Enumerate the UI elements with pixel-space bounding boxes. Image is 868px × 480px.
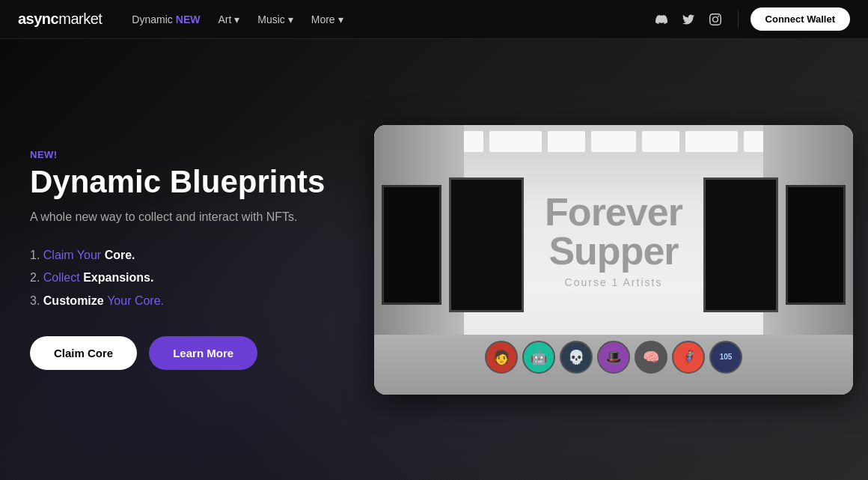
logo-async: async (18, 10, 58, 27)
avatar-5[interactable]: 🧠 (635, 341, 667, 374)
social-icons (651, 9, 726, 30)
painting-center-right (703, 177, 778, 312)
nav-left: asyncmarket DynamicNEW Art ▾ Music ▾ Mor… (18, 10, 349, 28)
step2-bold: Expansions. (83, 271, 153, 284)
claim-core-button[interactable]: Claim Core (30, 336, 137, 370)
avatar-6[interactable]: 🦸 (672, 341, 705, 374)
discord-icon[interactable] (651, 9, 672, 30)
hero-subtitle: A whole new way to collect and interact … (30, 208, 325, 226)
nav-right: Connect Wallet (651, 7, 850, 31)
twitter-icon[interactable] (678, 9, 699, 30)
nav-links: DynamicNEW Art ▾ Music ▾ More ▾ (126, 10, 349, 28)
gallery-subtitle: Course 1 Artists (545, 276, 682, 288)
learn-more-button[interactable]: Learn More (149, 336, 257, 370)
painting-far-left (382, 185, 441, 305)
gallery-avatars: 🧑 🤖 💀 🎩 🧠 🦸 105 (485, 341, 742, 374)
logo-market: market (58, 10, 102, 27)
hero-title: Dynamic Blueprints (30, 165, 325, 199)
avatar-2[interactable]: 🤖 (522, 341, 555, 374)
new-badge: NEW (176, 13, 201, 25)
connect-wallet-button[interactable]: Connect Wallet (751, 7, 850, 31)
instagram-icon[interactable] (705, 9, 726, 30)
gallery-text-overlay: Forever Supper Course 1 Artists (545, 192, 682, 288)
nav-link-art[interactable]: Art ▾ (212, 10, 245, 28)
painting-center-left (449, 177, 524, 312)
hero-content: NEW! Dynamic Blueprints A whole new way … (0, 149, 355, 370)
nav-link-more[interactable]: More ▾ (305, 10, 349, 28)
hero-section: NEW! Dynamic Blueprints A whole new way … (0, 39, 868, 480)
avatar-3[interactable]: 💀 (560, 341, 593, 374)
step-2: 2. Collect Expansions. (30, 270, 325, 286)
nav-link-music[interactable]: Music ▾ (251, 10, 299, 28)
light-panel (685, 131, 738, 152)
navbar: asyncmarket DynamicNEW Art ▾ Music ▾ Mor… (0, 0, 868, 39)
hero-steps: 1. Claim Your Core. 2. Collect Expansion… (30, 247, 325, 309)
step2-prefix: Collect (43, 271, 83, 284)
light-panel (548, 131, 585, 152)
new-label: NEW! (30, 149, 325, 160)
gallery-title: Forever Supper (545, 192, 682, 270)
step3-purple: Your Core. (107, 294, 164, 307)
step1-bold: Core. (105, 249, 135, 261)
light-panel (642, 131, 679, 152)
gallery-room: Forever Supper Course 1 Artists 🧑 🤖 💀 🎩 … (374, 125, 853, 395)
step1-prefix: Claim Your (43, 249, 105, 261)
hero-buttons: Claim Core Learn More (30, 336, 325, 370)
gallery-image: Forever Supper Course 1 Artists 🧑 🤖 💀 🎩 … (374, 125, 853, 395)
light-panel (489, 131, 542, 152)
nav-link-dynamic[interactable]: DynamicNEW (126, 10, 206, 28)
light-panel (591, 131, 636, 152)
step3-customize: Customize (43, 294, 107, 307)
painting-far-right (786, 185, 846, 305)
avatar-1[interactable]: 🧑 (485, 341, 518, 374)
avatar-7[interactable]: 105 (709, 341, 742, 374)
step-3: 3. Customize Your Core. (30, 293, 325, 309)
nav-divider (738, 10, 739, 28)
step-1: 1. Claim Your Core. (30, 247, 325, 264)
logo[interactable]: asyncmarket (18, 10, 102, 28)
avatar-4[interactable]: 🎩 (597, 341, 630, 374)
